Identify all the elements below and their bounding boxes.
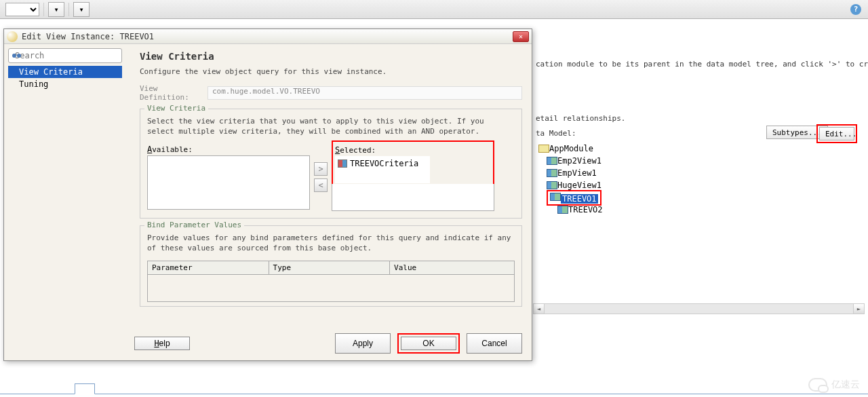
help-icon[interactable]: ? bbox=[850, 4, 861, 15]
toolbar-btn-1[interactable]: ▾ bbox=[48, 2, 64, 17]
col-type[interactable]: Type bbox=[269, 261, 390, 274]
tree-root[interactable]: AppModule bbox=[536, 143, 739, 155]
bottom-tab[interactable] bbox=[75, 383, 95, 394]
tree-item[interactable]: Emp2View1 bbox=[536, 155, 739, 167]
cancel-button[interactable]: Cancel bbox=[467, 333, 522, 354]
vo-icon bbox=[550, 192, 561, 202]
bg-hint-text: cation module to be its parent in the da… bbox=[536, 60, 868, 69]
fieldset-legend: View Criteria bbox=[144, 104, 208, 113]
view-definition-value: com.huge.model.VO.TREEVO bbox=[208, 86, 522, 100]
toolbar-btn-2[interactable]: ▾ bbox=[73, 2, 90, 17]
available-list[interactable] bbox=[147, 155, 310, 210]
view-definition-label: View Definition: bbox=[140, 84, 208, 102]
dialog-title: Edit View Instance: TREEVO1 bbox=[22, 32, 513, 41]
criteria-icon bbox=[338, 159, 347, 168]
tree-item[interactable]: EmpView1 bbox=[536, 167, 739, 179]
vo-icon bbox=[547, 181, 557, 190]
bind-params-fieldset: Bind Parameter Values Provide values for… bbox=[140, 225, 522, 307]
horizontal-scrollbar[interactable]: ◄ ► bbox=[533, 303, 865, 314]
nav-tree: View Criteria Tuning bbox=[8, 66, 122, 90]
ok-highlight: OK bbox=[397, 333, 460, 354]
module-icon bbox=[538, 144, 549, 153]
data-model-label: ta Model: bbox=[536, 129, 576, 138]
view-criteria-fieldset: View Criteria Select the view criteria t… bbox=[140, 109, 522, 219]
selected-highlight: Selected: TREEVOCriteria bbox=[332, 140, 494, 187]
bottom-tab-line bbox=[0, 394, 868, 394]
tree-item-child[interactable]: TREEVO2 bbox=[536, 204, 739, 216]
bind-params-table: Parameter Type Value bbox=[147, 261, 515, 302]
edit-view-instance-dialog: Edit View Instance: TREEVO1 ✕ View Crite… bbox=[3, 29, 532, 361]
selected-criteria-item[interactable]: TREEVOCriteria bbox=[338, 159, 427, 168]
watermark: 亿速云 bbox=[808, 378, 860, 392]
selected-list[interactable] bbox=[332, 184, 494, 211]
scroll-left-icon[interactable]: ◄ bbox=[534, 304, 545, 314]
dialog-titlebar: Edit View Instance: TREEVO1 ✕ bbox=[4, 29, 532, 44]
page-subtitle: Configure the view object query for this… bbox=[140, 67, 522, 76]
vo-icon bbox=[547, 168, 557, 178]
app-toolbar: ▾ ▾ bbox=[0, 0, 868, 19]
shuttle-add-button[interactable]: > bbox=[314, 162, 328, 176]
close-icon[interactable]: ✕ bbox=[513, 31, 529, 42]
fieldset-text: Select the view criteria that you want t… bbox=[147, 116, 515, 137]
help-button[interactable]: Help bbox=[134, 337, 190, 350]
data-model-tree[interactable]: AppModule Emp2View1 EmpView1 HugeView1 T… bbox=[536, 143, 739, 216]
nav-tuning[interactable]: Tuning bbox=[8, 78, 122, 90]
search-box[interactable] bbox=[8, 48, 122, 63]
vo-icon bbox=[547, 156, 557, 166]
apply-button[interactable]: Apply bbox=[335, 333, 391, 354]
fieldset-legend: Bind Parameter Values bbox=[144, 221, 244, 229]
vo-icon bbox=[557, 205, 568, 214]
fieldset-text: Provide values for any bind parameters d… bbox=[147, 233, 515, 254]
edit-button[interactable]: Edit... bbox=[819, 127, 854, 140]
col-parameter[interactable]: Parameter bbox=[148, 261, 269, 274]
selected-label: Selected: bbox=[335, 145, 491, 155]
nav-view-criteria[interactable]: View Criteria bbox=[8, 66, 122, 78]
tree-item-selected[interactable]: TREEVO1 bbox=[561, 194, 598, 204]
shuttle-remove-button[interactable]: < bbox=[314, 178, 328, 192]
edit-button-highlight: Edit... bbox=[816, 124, 857, 143]
page-heading: View Criteria bbox=[140, 51, 522, 62]
col-value[interactable]: Value bbox=[390, 261, 515, 274]
toolbar-select[interactable] bbox=[5, 3, 39, 16]
ok-button[interactable]: OK bbox=[401, 337, 456, 350]
scroll-right-icon[interactable]: ► bbox=[853, 304, 864, 314]
tree-item-selected-wrap: TREEVO1 bbox=[536, 191, 739, 204]
dialog-icon bbox=[7, 31, 18, 42]
table-row-empty bbox=[148, 274, 515, 301]
watermark-logo-icon bbox=[808, 378, 827, 392]
search-icon bbox=[12, 51, 12, 60]
available-label: AAvailable:vailable: bbox=[147, 145, 310, 154]
bg-hint-text-2: etail relationships. bbox=[536, 114, 625, 123]
search-input[interactable] bbox=[15, 51, 119, 60]
